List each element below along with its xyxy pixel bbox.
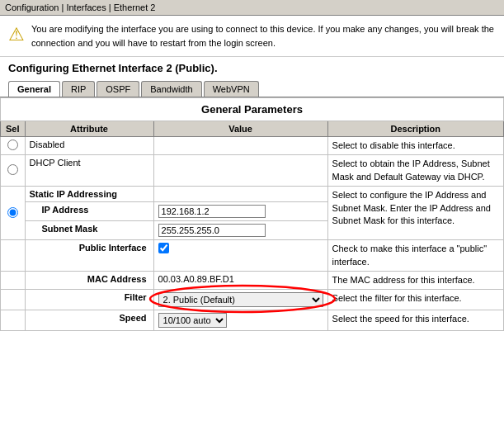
public-interface-checkbox[interactable] — [158, 243, 169, 253]
col-header-val: Value — [153, 121, 327, 137]
desc-dhcp: Select to obtain the IP Address, Subnet … — [327, 155, 503, 187]
table-row: Speed 10/100 auto 10 half 10 full 100 ha… — [1, 310, 504, 331]
attr-static: Static IP Addressing — [25, 187, 153, 202]
tab-general[interactable]: General — [8, 81, 60, 97]
warning-box: ⚠ You are modifying the interface you ar… — [0, 16, 504, 57]
speed-radio-cell — [1, 310, 26, 331]
tab-bar: General RIP OSPF Bandwidth WebVPN — [0, 78, 504, 97]
radio-dhcp[interactable] — [7, 164, 18, 175]
desc-public-interface: Check to make this interface a "public" … — [327, 240, 503, 272]
table-row: Public Interface Check to make this inte… — [1, 240, 504, 272]
main-content: General Parameters Sel Attribute Value D… — [0, 97, 504, 331]
filter-radio-cell — [1, 290, 26, 310]
radio-dhcp-cell[interactable] — [1, 155, 26, 187]
val-speed[interactable]: 10/100 auto 10 half 10 full 100 half 100… — [153, 310, 327, 331]
public-iface-radio-cell — [1, 240, 26, 272]
tab-bandwidth[interactable]: Bandwidth — [141, 81, 201, 97]
warning-icon: ⚠ — [8, 24, 25, 45]
table-row: DHCP Client Select to obtain the IP Addr… — [1, 155, 504, 187]
attr-ip-address: IP Address — [25, 202, 153, 221]
col-header-sel: Sel — [1, 121, 26, 137]
radio-disabled[interactable] — [7, 140, 18, 150]
val-filter[interactable]: 2. Public (Default) 1. Private 3. DMZ — [153, 290, 327, 310]
tab-webvpn[interactable]: WebVPN — [204, 81, 259, 97]
col-header-desc: Description — [327, 121, 503, 137]
radio-static[interactable] — [7, 207, 18, 218]
section-header: General Parameters — [1, 98, 504, 121]
val-disabled — [153, 137, 327, 155]
attr-disabled: Disabled — [25, 137, 153, 155]
attr-public-interface: Public Interface — [25, 240, 153, 272]
val-mac: 00.03.A0.89.BF.D1 — [153, 271, 327, 289]
page-title: Configuring Ethernet Interface 2 (Public… — [0, 57, 504, 78]
desc-disabled: Select to disable this interface. — [327, 137, 503, 155]
col-header-attr: Attribute — [25, 121, 153, 137]
val-static — [153, 187, 327, 202]
general-params-table: General Parameters Sel Attribute Value D… — [0, 97, 504, 331]
attr-speed: Speed — [25, 310, 153, 331]
attr-filter: Filter — [25, 290, 153, 310]
tab-ospf[interactable]: OSPF — [97, 81, 139, 97]
attr-dhcp: DHCP Client — [25, 155, 153, 187]
radio-disabled-cell[interactable] — [1, 137, 26, 155]
val-dhcp — [153, 155, 327, 187]
breadcrumb: Configuration | Interfaces | Ethernet 2 — [0, 0, 504, 16]
warning-text: You are modifying the interface you are … — [31, 22, 496, 50]
subnet-mask-input[interactable] — [158, 224, 266, 237]
radio-static-cell[interactable] — [1, 187, 26, 240]
attr-mac: MAC Address — [25, 271, 153, 289]
mac-radio-cell — [1, 271, 26, 289]
desc-speed: Select the speed for this interface. — [327, 310, 503, 331]
ip-address-input[interactable] — [158, 205, 266, 218]
val-ip-address[interactable] — [153, 202, 327, 221]
table-row: MAC Address 00.03.A0.89.BF.D1 The MAC ad… — [1, 271, 504, 289]
desc-filter: Select the filter for this interface. — [327, 290, 503, 310]
val-subnet-mask[interactable] — [153, 221, 327, 240]
filter-select[interactable]: 2. Public (Default) 1. Private 3. DMZ — [158, 292, 323, 307]
attr-subnet-mask: Subnet Mask — [25, 221, 153, 240]
speed-select[interactable]: 10/100 auto 10 half 10 full 100 half 100… — [158, 313, 227, 328]
table-row: Static IP Addressing Select to configure… — [1, 187, 504, 202]
desc-mac: The MAC address for this interface. — [327, 271, 503, 289]
filter-row: Filter 2. Public (Default) 1. Private 3.… — [1, 290, 504, 310]
desc-static: Select to configure the IP Address and S… — [327, 187, 503, 240]
val-public-interface[interactable] — [153, 240, 327, 272]
table-row: Disabled Select to disable this interfac… — [1, 137, 504, 155]
tab-rip[interactable]: RIP — [62, 81, 95, 97]
